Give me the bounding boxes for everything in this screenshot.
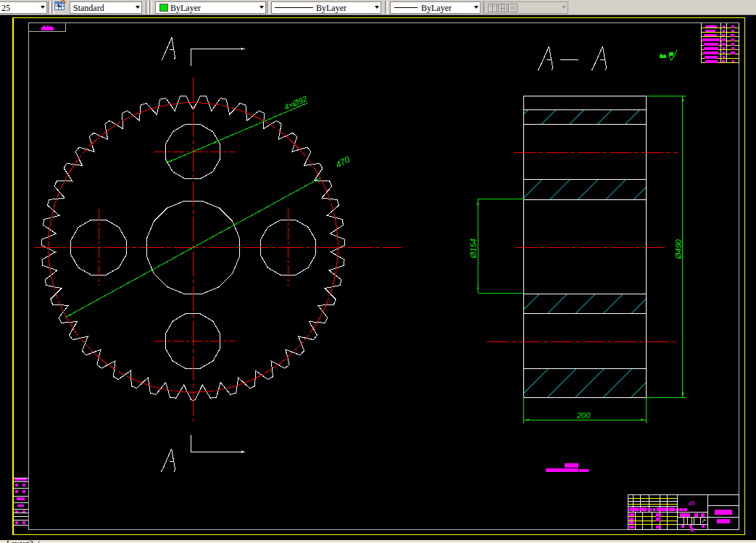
svg-text:200: 200	[576, 411, 591, 420]
svg-text:Ø154: Ø154	[469, 239, 478, 259]
svg-text:45: 45	[688, 500, 696, 507]
svg-text:Ø490: Ø490	[674, 239, 683, 260]
